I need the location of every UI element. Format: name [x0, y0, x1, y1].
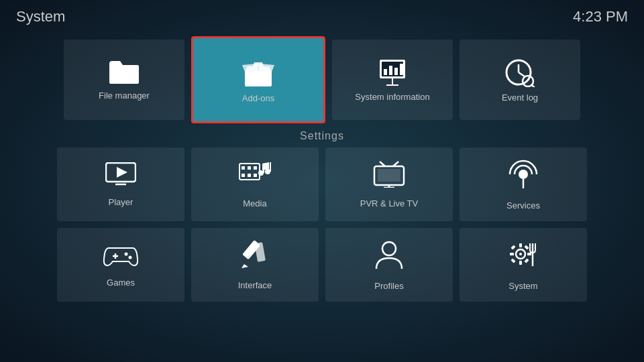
svg-rect-16: [239, 164, 260, 180]
settings-row-2: Games Interface: [0, 228, 644, 302]
svg-rect-20: [241, 174, 245, 177]
gamepad-icon: [103, 243, 138, 272]
gear-fork-icon: [507, 239, 539, 276]
main-page: System 4:23 PM File manager: [0, 0, 644, 362]
svg-rect-3: [389, 66, 392, 75]
svg-rect-51: [524, 245, 529, 249]
player-icon: [105, 162, 136, 192]
tile-pvr-label: PVR & Live TV: [360, 198, 418, 208]
tile-interface-label: Interface: [238, 280, 272, 290]
pencil-icon: [240, 240, 270, 275]
svg-rect-47: [510, 253, 514, 255]
svg-rect-46: [519, 261, 522, 265]
tile-add-ons[interactable]: Add-ons: [191, 36, 325, 123]
svg-point-38: [129, 255, 132, 259]
svg-point-42: [382, 242, 396, 255]
tile-media[interactable]: Media: [191, 147, 319, 221]
tile-player-label: Player: [109, 197, 133, 207]
svg-rect-5: [400, 64, 403, 75]
tile-player[interactable]: Player: [57, 147, 184, 221]
svg-rect-4: [394, 68, 398, 75]
tile-media-label: Media: [243, 198, 266, 208]
svg-rect-52: [511, 258, 515, 263]
header: System 4:23 PM: [0, 0, 644, 34]
tile-services[interactable]: Services: [460, 147, 587, 221]
tile-games-label: Games: [107, 278, 135, 288]
profile-icon: [375, 239, 403, 276]
podcast-icon: [508, 159, 539, 195]
tile-games[interactable]: Games: [57, 228, 184, 302]
tile-event-log[interactable]: Event log: [460, 40, 580, 120]
svg-rect-22: [254, 174, 257, 177]
tv-icon: [373, 161, 405, 193]
media-icon: [238, 161, 272, 193]
svg-marker-40: [241, 264, 248, 268]
tile-file-manager-label: File manager: [99, 90, 150, 101]
page-title: System: [16, 8, 65, 25]
svg-point-37: [125, 252, 128, 255]
tile-interface[interactable]: Interface: [191, 228, 319, 302]
tile-add-ons-label: Add-ons: [242, 93, 274, 103]
chart-icon: [377, 58, 408, 86]
svg-line-12: [532, 85, 535, 87]
svg-point-33: [519, 170, 528, 179]
svg-rect-41: [254, 242, 266, 262]
tile-profiles[interactable]: Profiles: [325, 228, 453, 302]
current-time: 4:23 PM: [573, 8, 628, 25]
svg-rect-2: [384, 69, 387, 75]
svg-line-10: [519, 72, 525, 76]
svg-rect-18: [248, 166, 251, 170]
svg-point-24: [265, 169, 270, 174]
svg-rect-17: [241, 166, 245, 170]
clock-search-icon: [504, 58, 535, 87]
svg-rect-32: [378, 169, 400, 182]
svg-point-44: [519, 253, 522, 255]
svg-rect-50: [524, 258, 529, 263]
top-row: File manager Add-ons: [0, 36, 644, 123]
tile-system[interactable]: System: [460, 228, 587, 302]
svg-rect-21: [248, 174, 251, 177]
svg-rect-45: [519, 243, 522, 247]
svg-marker-14: [117, 167, 127, 178]
folder-icon: [108, 60, 140, 85]
svg-rect-19: [254, 166, 257, 170]
svg-rect-49: [511, 245, 515, 249]
tile-pvr-live-tv[interactable]: PVR & Live TV: [325, 147, 453, 221]
tile-event-log-label: Event log: [502, 93, 538, 103]
svg-rect-48: [527, 253, 531, 255]
tile-services-label: Services: [506, 200, 540, 210]
tile-profiles-label: Profiles: [374, 281, 403, 291]
tile-system-label: System: [508, 281, 537, 291]
svg-point-23: [258, 170, 264, 176]
tile-system-info-label: System information: [355, 92, 429, 102]
addons-icon: [241, 57, 276, 88]
settings-row-1: Player: [0, 147, 644, 221]
tile-file-manager[interactable]: File manager: [64, 40, 184, 120]
tile-system-information[interactable]: System information: [332, 40, 453, 120]
settings-section-label: Settings: [0, 130, 644, 142]
